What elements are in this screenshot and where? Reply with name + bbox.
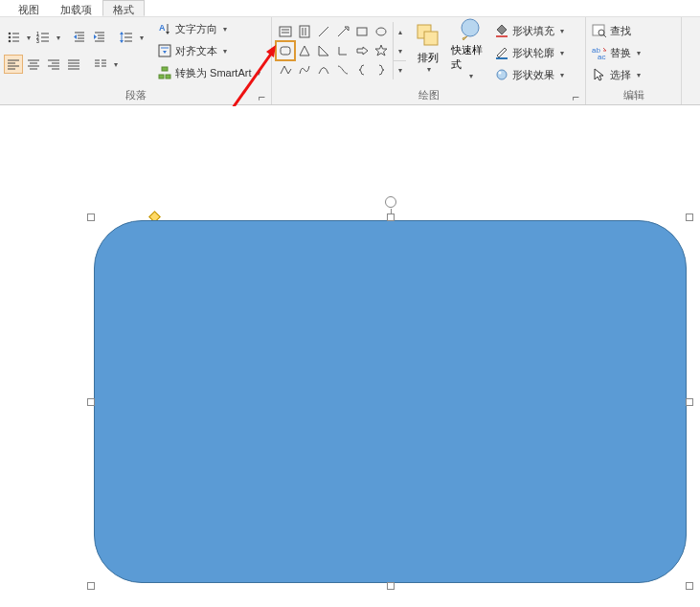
shape-effects-button[interactable]: 形状效果 ▾	[492, 64, 570, 85]
resize-handle-br[interactable]	[686, 582, 693, 590]
convert-smartart-button[interactable]: 转换为 SmartArt ▾	[155, 62, 266, 83]
align-buttons-row: ▾	[4, 55, 146, 74]
group-paragraph-label: 段落 ⌐	[4, 87, 267, 104]
arrange-label: 排列	[418, 51, 439, 65]
shape-fill-button[interactable]: 形状填充 ▾	[492, 20, 570, 41]
drawing-dialog-launcher[interactable]: ⌐	[570, 92, 581, 103]
resize-handle-tr[interactable]	[686, 214, 693, 221]
chevron-down-icon: ▾	[221, 47, 229, 56]
tab-view[interactable]: 视图	[8, 0, 50, 16]
gallery-scroll-up[interactable]: ▴	[394, 22, 406, 41]
resize-handle-mr[interactable]	[686, 398, 693, 406]
text-direction-icon: A	[157, 21, 172, 36]
group-paragraph: ▾ 123 ▾ ▾	[0, 17, 272, 104]
resize-handle-mt[interactable]	[387, 214, 395, 221]
svg-marker-76	[497, 25, 507, 34]
text-direction-button[interactable]: A 文字方向 ▾	[155, 18, 266, 39]
resize-handle-bl[interactable]	[87, 582, 95, 590]
slide-canvas[interactable]	[0, 106, 700, 607]
shape-gallery: ▴ ▾ ▾	[276, 22, 406, 79]
numbering-dropdown[interactable]: ▾	[55, 34, 62, 42]
resize-handle-tl[interactable]	[87, 214, 95, 221]
shape-oval[interactable]	[372, 22, 391, 41]
align-right-button[interactable]	[44, 55, 63, 74]
paragraph-dialog-launcher[interactable]: ⌐	[256, 92, 267, 103]
replace-button[interactable]: abac 替换 ▾	[590, 42, 646, 63]
quick-styles-button[interactable]: 快速样式 ▾	[450, 18, 490, 78]
chevron-down-icon: ▾	[558, 27, 566, 35]
svg-text:ac: ac	[598, 53, 605, 61]
ribbon: ▾ 123 ▾ ▾	[0, 17, 700, 105]
chevron-down-icon: ▾	[558, 71, 566, 79]
svg-marker-70	[319, 46, 328, 56]
line-spacing-dropdown[interactable]: ▾	[138, 34, 146, 42]
shape-rectangle[interactable]	[352, 22, 372, 41]
arrange-icon	[415, 22, 441, 49]
text-direction-label: 文字方向	[175, 22, 217, 36]
group-editing: 查找 abac 替换 ▾ 选择 ▾ 编辑	[586, 17, 682, 104]
chevron-down-icon: ▾	[635, 49, 643, 57]
numbering-button[interactable]: 123	[34, 28, 53, 47]
select-button[interactable]: 选择 ▾	[590, 64, 646, 85]
shape-right-brace[interactable]	[372, 60, 391, 79]
shape-right-arrow[interactable]	[352, 41, 372, 60]
shape-effects-label: 形状效果	[512, 68, 554, 82]
rounded-rectangle-shape[interactable]	[94, 220, 687, 583]
shape-text-box[interactable]	[276, 22, 295, 41]
rotate-handle[interactable]	[385, 196, 396, 208]
align-left-button[interactable]	[4, 55, 23, 74]
shape-l-shape[interactable]	[333, 41, 352, 60]
align-text-button[interactable]: 对齐文本 ▾	[155, 40, 266, 61]
gallery-expand[interactable]: ▾	[394, 60, 406, 79]
svg-marker-69	[300, 46, 309, 56]
shape-line[interactable]	[314, 22, 333, 41]
cursor-icon	[592, 67, 607, 82]
shape-freeform[interactable]	[276, 60, 295, 79]
find-button[interactable]: 查找	[590, 20, 646, 41]
chevron-down-icon: ▾	[425, 65, 433, 74]
list-buttons-row: ▾ 123 ▾ ▾	[4, 28, 146, 47]
resize-handle-ml[interactable]	[87, 398, 95, 406]
shape-fill-label: 形状填充	[512, 24, 554, 38]
line-spacing-button[interactable]	[117, 28, 136, 47]
gallery-scroll-down[interactable]: ▾	[394, 41, 406, 60]
svg-rect-79	[496, 57, 508, 59]
svg-point-67	[376, 28, 386, 35]
chevron-down-icon: ▾	[635, 71, 643, 79]
columns-dropdown[interactable]: ▾	[112, 60, 120, 69]
columns-button[interactable]	[91, 55, 110, 74]
svg-marker-21	[94, 34, 97, 39]
shape-outline-button[interactable]: 形状轮廓 ▾	[492, 42, 570, 63]
svg-rect-68	[281, 47, 290, 55]
shape-connector[interactable]	[333, 60, 352, 79]
svg-marker-50	[166, 32, 169, 34]
shape-gallery-scroll: ▴ ▾ ▾	[393, 22, 406, 79]
tab-addins[interactable]: 加载项	[50, 0, 102, 16]
resize-handle-mb[interactable]	[387, 582, 395, 590]
svg-line-63	[319, 27, 328, 36]
pen-icon	[494, 45, 509, 60]
align-justify-button[interactable]	[64, 55, 83, 74]
shape-vtext-box[interactable]	[295, 22, 314, 41]
shape-rounded-rect[interactable]	[276, 41, 295, 60]
svg-rect-56	[166, 75, 170, 79]
increase-indent-button[interactable]	[90, 28, 109, 47]
shape-line-arrow[interactable]	[333, 22, 352, 41]
decrease-indent-button[interactable]	[70, 28, 89, 47]
selected-shape-container[interactable]	[91, 217, 689, 586]
shape-arc[interactable]	[314, 60, 333, 79]
bullets-dropdown[interactable]: ▾	[25, 34, 33, 42]
bullets-button[interactable]	[4, 28, 23, 47]
shape-triangle[interactable]	[295, 41, 314, 60]
svg-line-64	[338, 29, 346, 36]
svg-rect-55	[159, 75, 164, 79]
svg-marker-26	[120, 40, 124, 43]
shape-star[interactable]	[372, 41, 391, 60]
align-center-button[interactable]	[24, 55, 43, 74]
arrange-button[interactable]: 排列 ▾	[408, 18, 448, 78]
shape-curve[interactable]	[295, 60, 314, 79]
shape-right-triangle[interactable]	[314, 41, 333, 60]
tab-format[interactable]: 格式	[102, 0, 145, 16]
shape-left-brace[interactable]	[352, 60, 372, 79]
svg-point-80	[497, 70, 507, 79]
